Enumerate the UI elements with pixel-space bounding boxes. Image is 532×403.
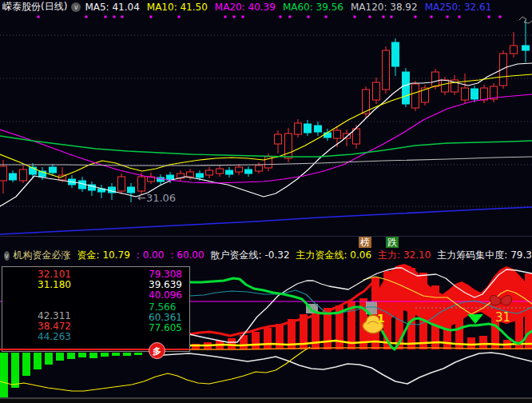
candlestick (197, 174, 204, 178)
candlestick (187, 172, 194, 177)
rank-badge[interactable]: 榜 (359, 237, 371, 248)
panel-value: 7.566 (149, 302, 176, 313)
signal-dot (391, 16, 393, 18)
candlestick (392, 42, 399, 66)
panel-value: 39.639 (149, 280, 182, 290)
indicator-header: ∨ 机构资金必涨 资金: 10.79: 0.00: 60.00散户资金线: -0… (0, 248, 532, 263)
candlestick (522, 46, 530, 50)
indicator-segment: : 60.00 (170, 249, 204, 261)
indicator-name: 机构资金必涨 (14, 249, 71, 262)
signal-dot (233, 16, 236, 18)
signal-dot (38, 16, 40, 18)
indicator-values: 资金: 10.79: 0.00: 60.00散户资金线: -0.32主力资金线:… (77, 249, 532, 262)
signal-dot (431, 16, 433, 18)
volume-bar-down (67, 353, 75, 359)
candlestick (462, 88, 469, 100)
signal-dot (113, 16, 116, 18)
signal-dot (289, 16, 292, 18)
volume-bar-up (479, 336, 487, 349)
ma-line-ma250 (0, 207, 532, 234)
volume-bar-down (34, 353, 42, 369)
signal-dot (459, 16, 461, 18)
signal-dot (121, 16, 124, 18)
volume-bar-up (467, 337, 475, 349)
signal-dot (242, 16, 244, 18)
panel-value: 60.361 (149, 313, 182, 323)
candlestick (216, 169, 224, 174)
candlestick (206, 170, 213, 175)
indicator-segment: : 0.00 (137, 249, 165, 261)
volume-bar-down (45, 353, 53, 365)
indicator-segment: 主力资金线: 0.06 (296, 249, 372, 261)
candlestick (510, 46, 518, 54)
candlestick (167, 175, 174, 180)
volume-bar-down (11, 353, 19, 388)
panel-value: 38.472 (38, 321, 71, 332)
signal-dot (280, 16, 282, 18)
volume-bar-up (419, 273, 427, 349)
signal-dot (150, 16, 153, 18)
ma-line-ma60 (0, 136, 532, 157)
panel-value: 79.308 (149, 269, 182, 280)
long-signal-badge: 多 (149, 342, 165, 359)
ma-value: MA120: 38.92 (351, 2, 418, 13)
candlestick (285, 134, 292, 158)
panel-value: 31.180 (38, 280, 71, 290)
volume-bar-down (134, 353, 142, 355)
volume-bar-up (264, 328, 272, 349)
signal-dot (105, 16, 107, 18)
candlestick (118, 177, 125, 191)
candlestick (324, 133, 332, 138)
candlestick (304, 124, 312, 133)
candlestick (383, 50, 390, 90)
signal-dot (354, 16, 356, 18)
volume-bar-down (101, 353, 109, 357)
panel-value: 77.605 (149, 323, 182, 333)
volume-bar-up (407, 268, 415, 349)
signal-dot (308, 16, 310, 18)
ma-values: MA5: 41.04MA10: 41.50MA20: 40.39MA60: 39… (85, 2, 498, 13)
signal-dot (178, 16, 181, 18)
candlestick (50, 167, 57, 173)
candlestick (403, 72, 410, 104)
low-price-label: ←31.06 (137, 192, 176, 204)
ma-value: MA250: 32.61 (425, 2, 492, 13)
volume-bar-down (78, 353, 86, 357)
volume-bar-up (252, 332, 260, 349)
indicator-segment: 主力: 32.10 (378, 249, 431, 261)
candlestick (412, 84, 419, 108)
candlestick (138, 177, 145, 191)
candlestick (0, 166, 7, 181)
candlestick (334, 130, 341, 138)
signal-dot (447, 16, 449, 18)
stock-title: 嵘泰股份(日线) (2, 0, 67, 14)
fall-badge[interactable]: 跌 (386, 237, 399, 248)
signal-dot (415, 16, 417, 18)
candlestick (226, 170, 233, 174)
panel-divider (0, 236, 532, 237)
signal-dot (383, 16, 385, 18)
candlestick (20, 170, 27, 181)
count-label: 31 (495, 310, 510, 325)
badge-row: 榜 跌 (359, 237, 399, 248)
panel-value: 42.311 (38, 311, 71, 321)
volume-bar-down (0, 353, 8, 397)
chevron-down-icon[interactable]: ∨ (4, 251, 10, 261)
candlestick (295, 123, 302, 134)
signal-dot (488, 16, 490, 18)
chevron-down-icon[interactable]: ∨ (71, 2, 81, 12)
candlestick (442, 80, 449, 92)
ma-value: MA10: 41.50 (147, 2, 208, 13)
ingot-count-label: 1 (377, 312, 385, 325)
ma-value: MA20: 40.39 (215, 2, 276, 13)
volume-bar-down (56, 353, 64, 361)
indicator-segment: 主力筹码集中度: 79.31 (437, 249, 532, 261)
candlestick (245, 170, 252, 174)
volume-bar-up (228, 338, 236, 349)
candlestick (373, 82, 380, 100)
candlestick (236, 167, 243, 172)
signal-dot (499, 16, 502, 18)
panel-value: 44.263 (38, 332, 71, 342)
candlestick (315, 126, 322, 132)
ma-value: MA5: 41.04 (85, 2, 139, 13)
